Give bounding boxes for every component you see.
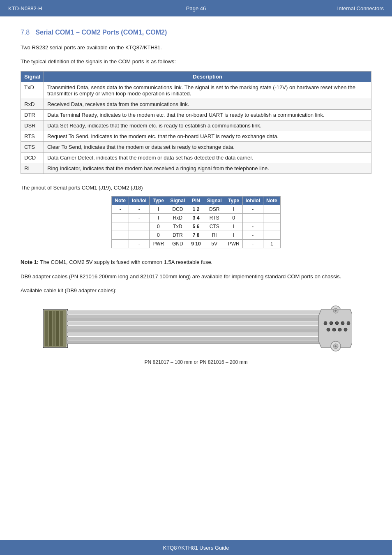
svg-rect-5 [60,311,63,346]
description-cell: Data Carrier Detect, indicates that the … [44,153,371,163]
pinout-cell: - [129,239,149,248]
svg-point-19 [330,321,333,325]
pinout-cell [242,213,263,222]
pinout-cell: CTS [204,222,225,231]
svg-rect-14 [67,337,321,340]
signal-cell: CTS [21,142,44,153]
pinout-cell: TxD [167,222,188,231]
signal-cell: DTR [21,110,44,120]
svg-point-20 [335,321,339,325]
signal-cell: DSR [21,120,44,131]
pinout-cell: 5V [204,239,225,248]
pinout-cell [112,213,129,222]
pinout-cell: PWR [225,239,242,248]
svg-rect-15 [67,340,321,344]
footer-text: KTQ87/KTH81 Users Guide [163,545,229,551]
pinout-cell: DSR [204,205,225,213]
note-text: The COM1, COM2 5V supply is fused with c… [39,259,212,265]
pinout-cell: - [242,231,263,239]
signal-table: Signal Description TxDTransmitted Data, … [21,71,371,174]
pinout-right-ioh: Ioh/Iol [242,196,263,205]
pinout-pin-cell: 5 6 [188,222,204,231]
pinout-left-ioh: Ioh/Iol [129,196,149,205]
pinout-cell [112,231,129,239]
intro-para-2: The typical definition of the signals in… [21,58,371,66]
header-doc-id: KTD-N0882-H [8,5,134,12]
svg-rect-2 [49,311,52,346]
svg-rect-7 [67,311,321,314]
svg-rect-12 [67,329,321,333]
description-col-header: Description [44,72,371,82]
pinout-cell [129,222,149,231]
pinout-pin-cell: 1 2 [188,205,204,213]
svg-point-26 [344,328,347,331]
pinout-cell: GND [167,239,188,248]
svg-point-25 [338,328,341,331]
pinout-cell [112,222,129,231]
description-cell: Data Terminal Ready, indicates to the mo… [44,110,371,120]
pinout-cell: - [112,205,129,213]
pinout-cell [263,213,281,222]
signal-cell: DCD [21,153,44,163]
description-cell: Ring Indicator, indicates that the modem… [44,163,371,174]
svg-rect-9 [67,318,321,321]
svg-point-22 [347,321,350,325]
signal-cell: RxD [21,99,44,110]
pinout-cell: I [225,205,242,213]
pinout-pin-cell: 7 8 [188,231,204,239]
pinout-cell: 0 [150,231,167,239]
header-section: Internal Connectors [258,5,384,12]
diagram-caption: PN 821017 – 100 mm or PN 821016 – 200 mm [21,359,371,365]
description-cell: Received Data, receives data from the co… [44,99,371,110]
pinout-cell [112,239,129,248]
pinout-pin-cell: 9 10 [188,239,204,248]
main-content: 7.8 Serial COM1 – COM2 Ports (COM1, COM2… [0,16,392,398]
pinout-cell: DCD [167,205,188,213]
pinout-cell: - [242,205,263,213]
description-cell: Data Set Ready, indicates that the modem… [44,120,371,131]
pinout-cell: I [150,205,167,213]
cable-svg [40,302,352,355]
pinout-cell: 1 [263,239,281,248]
cable-diagram [21,302,371,355]
pinout-cell: I [150,213,167,222]
pinout-cell: DTR [167,231,188,239]
svg-rect-1 [45,311,48,346]
pinout-table: Note Ioh/Iol Type Signal PIN Signal Type… [111,196,280,248]
pinout-cell: 0 [225,213,242,222]
pinout-left-note: Note [112,196,129,205]
pinout-cell: - [129,213,149,222]
signal-cell: TxD [21,82,44,99]
pinout-cell: 0 [150,222,167,231]
pinout-cell: - [242,222,263,231]
pinout-cell: RxD [167,213,188,222]
pinout-cell: - [129,205,149,213]
description-cell: Request To Send, indicates to the modem … [44,131,371,142]
pinout-pin-cell: 3 4 [188,213,204,222]
pinout-intro: The pinout of Serial ports COM1 (J19), C… [21,184,371,192]
section-number: 7.8 [21,29,30,36]
svg-rect-8 [67,314,321,318]
signal-cell: RTS [21,131,44,142]
description-cell: Clear To Send, indicates that the modem … [44,142,371,153]
pinout-cell: I [225,231,242,239]
cable-para-1: DB9 adapter cables (PN 821016 200mm long… [21,273,371,281]
svg-rect-13 [67,333,321,336]
page-footer: KTQ87/KTH81 Users Guide [0,540,392,555]
page-header: KTD-N0882-H Page 46 Internal Connectors [0,0,392,16]
svg-rect-3 [53,311,55,346]
pinout-cell [263,231,281,239]
svg-point-23 [327,328,330,331]
svg-rect-11 [67,326,321,329]
cable-para-2: Available cable kit (DB9 adapter cables)… [21,287,371,295]
svg-rect-10 [67,322,321,325]
pinout-cell: - [242,239,263,248]
pinout-cell [129,231,149,239]
section-title: Serial COM1 – COM2 Ports (COM1, COM2) [35,29,167,36]
pinout-right-signal: Signal [204,196,225,205]
description-cell: Transmitted Data, sends data to the comm… [44,82,371,99]
pinout-cell: RI [204,231,225,239]
pinout-left-type: Type [150,196,167,205]
note-label: Note 1: [21,259,39,265]
section-heading: 7.8 Serial COM1 – COM2 Ports (COM1, COM2… [21,29,371,36]
